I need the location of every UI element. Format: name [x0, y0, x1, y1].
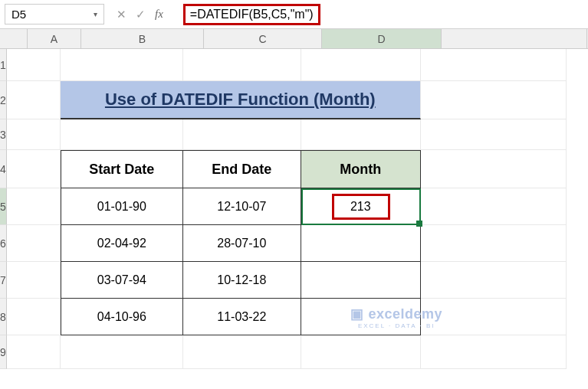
cell[interactable] — [183, 335, 301, 369]
row-header-3[interactable]: 3 — [0, 119, 7, 150]
cell[interactable] — [7, 262, 61, 299]
cell-c8[interactable]: 11-03-22 — [183, 299, 301, 335]
cell[interactable] — [421, 335, 567, 369]
column-headers: A B C D — [0, 29, 588, 49]
row-header-8[interactable]: 8 — [0, 299, 7, 335]
cell[interactable] — [421, 262, 567, 299]
cell[interactable] — [301, 49, 421, 81]
formula-input[interactable]: =DATEDIF(B5,C5,"m") — [177, 1, 588, 28]
formula-buttons: ✕ ✓ fx — [109, 8, 177, 21]
watermark: ▣ exceldemy EXCEL · DATA · BI — [350, 306, 442, 329]
cell[interactable] — [421, 188, 567, 225]
row-header-4[interactable]: 4 — [0, 150, 7, 188]
cell[interactable] — [183, 49, 301, 81]
cell-c6[interactable]: 28-07-10 — [183, 225, 301, 262]
cell-b7[interactable]: 03-07-94 — [61, 262, 183, 299]
cell[interactable] — [7, 188, 61, 225]
cell[interactable] — [7, 119, 61, 150]
cell-b8[interactable]: 04-10-96 — [61, 299, 183, 335]
row-header-5[interactable]: 5 — [0, 188, 7, 225]
cell[interactable] — [7, 150, 61, 188]
col-header-c[interactable]: C — [204, 29, 322, 48]
cell[interactable] — [421, 81, 567, 119]
cell[interactable] — [7, 299, 61, 335]
watermark-tag: EXCEL · DATA · BI — [350, 322, 442, 329]
cells-area: Use of DATEDIF Function (Month) Start Da… — [7, 49, 567, 369]
select-all-corner[interactable] — [0, 29, 28, 48]
cell[interactable] — [421, 299, 567, 335]
cell-c5[interactable]: 12-10-07 — [183, 188, 301, 225]
row-header-2[interactable]: 2 — [0, 81, 7, 119]
th-start[interactable]: Start Date — [61, 150, 183, 188]
cancel-icon[interactable]: ✕ — [117, 8, 126, 21]
name-box-value: D5 — [11, 8, 26, 21]
name-box[interactable]: D5 ▾ — [5, 4, 104, 25]
cell[interactable] — [301, 119, 421, 150]
row-headers: 1 2 3 4 5 6 7 8 9 — [0, 49, 7, 369]
cell[interactable] — [183, 119, 301, 150]
cell[interactable] — [421, 119, 567, 150]
cell[interactable] — [421, 150, 567, 188]
page-title[interactable]: Use of DATEDIF Function (Month) — [61, 81, 421, 119]
col-header-b[interactable]: B — [81, 29, 204, 48]
cell[interactable] — [61, 335, 183, 369]
cell[interactable] — [7, 81, 61, 119]
cell-b6[interactable]: 02-04-92 — [61, 225, 183, 262]
row-header-6[interactable]: 6 — [0, 225, 7, 262]
cell[interactable] — [421, 49, 567, 81]
row-header-1[interactable]: 1 — [0, 49, 7, 81]
cell[interactable] — [61, 119, 183, 150]
cell[interactable] — [7, 49, 61, 81]
cell[interactable] — [61, 49, 183, 81]
row-header-9[interactable]: 9 — [0, 335, 7, 369]
watermark-logo: ▣ exceldemy — [350, 306, 442, 322]
th-end[interactable]: End Date — [183, 150, 301, 188]
confirm-icon[interactable]: ✓ — [136, 8, 146, 21]
cell[interactable] — [301, 335, 421, 369]
spreadsheet-grid: A B C D 1 2 3 4 5 6 7 8 9 — [0, 29, 588, 369]
row-header-7[interactable]: 7 — [0, 262, 7, 299]
col-header-d[interactable]: D — [322, 29, 442, 48]
col-header-a[interactable]: A — [28, 29, 81, 48]
formula-text: =DATEDIF(B5,C5,"m") — [183, 4, 320, 25]
formula-bar: D5 ▾ ✕ ✓ fx =DATEDIF(B5,C5,"m") — [0, 0, 588, 29]
cell[interactable] — [7, 335, 61, 369]
cell-d7[interactable] — [301, 262, 421, 299]
th-month[interactable]: Month — [301, 150, 421, 188]
cell[interactable] — [7, 225, 61, 262]
chevron-down-icon[interactable]: ▾ — [94, 10, 97, 18]
cell[interactable] — [421, 225, 567, 262]
cell-c7[interactable]: 10-12-18 — [183, 262, 301, 299]
cell-d6[interactable] — [301, 225, 421, 262]
col-header-e[interactable] — [442, 29, 587, 48]
cell-b5[interactable]: 01-01-90 — [61, 188, 183, 225]
cell-d5[interactable]: 213 — [301, 188, 421, 225]
fx-icon[interactable]: fx — [155, 8, 163, 21]
